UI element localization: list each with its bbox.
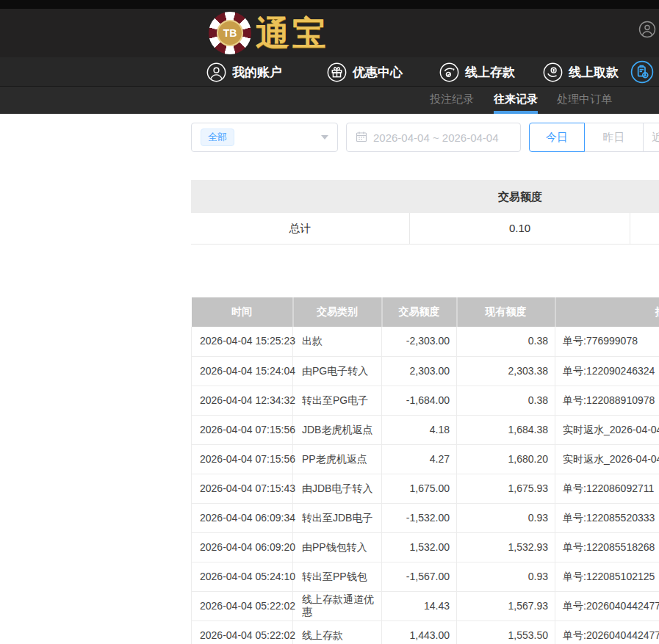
table-row: 2026-04-04 07:15:43 由JDB电子转入 1,675.00 1,… — [192, 474, 659, 503]
cell-time: 2026-04-04 05:24:10 — [192, 562, 293, 591]
cell-amount: 4.27 — [382, 444, 457, 474]
record-tabs: 投注纪录 往来记录 处理中订单 — [0, 87, 659, 114]
cell-memo: 单号:122090246324 — [555, 356, 659, 386]
cell-time: 2026-04-04 15:25:23 — [192, 327, 293, 356]
cell-memo: 单号:776999078 — [555, 327, 659, 356]
table-row: 2026-04-04 06:09:20 由PP钱包转入 1,532.00 1,5… — [192, 532, 659, 562]
cell-type: 转出至PP钱包 — [293, 562, 382, 591]
main-nav: 我的账户 优惠中心 线上存款 — [0, 57, 659, 87]
cell-amount: 1,675.00 — [382, 474, 457, 503]
cell-amount: -1,684.00 — [382, 386, 457, 415]
cell-time: 2026-04-04 05:22:02 — [192, 621, 293, 644]
date-range-input[interactable]: 2026-04-04 ~ 2026-04-04 — [346, 123, 521, 152]
cell-balance: 1,553.50 — [457, 621, 555, 644]
cell-balance: 0.93 — [457, 562, 555, 591]
cell-memo: 单号:202604044247797 — [555, 621, 659, 644]
nav-promotions[interactable]: 优惠中心 — [327, 57, 403, 87]
poker-chip-icon: TB — [209, 12, 251, 54]
cell-type: JDB老虎机返点 — [293, 415, 382, 444]
table-row: 2026-04-04 12:34:32 转出至PG电子 -1,684.00 0.… — [192, 386, 659, 415]
table-row: 2026-04-04 15:25:23 出款 -2,303.00 0.38 单号… — [192, 327, 659, 356]
cell-type: 转出至PG电子 — [293, 386, 382, 415]
tab-transfer-records[interactable]: 往来记录 — [494, 87, 538, 114]
cell-balance: 0.93 — [457, 503, 555, 532]
nav-label: 我的账户 — [232, 64, 282, 81]
summary-header-row: 交易额度 — [191, 180, 659, 213]
last7days-button[interactable]: 近7日 — [644, 123, 659, 152]
cell-time: 2026-04-04 15:24:04 — [192, 356, 293, 386]
cell-memo: 单号:122085520333 — [555, 503, 659, 532]
cell-amount: 4.18 — [382, 415, 457, 444]
summary-header-empty — [191, 180, 410, 213]
cell-balance: 1,567.93 — [457, 591, 555, 621]
table-row: 2026-04-04 06:09:34 转出至JDB电子 -1,532.00 0… — [192, 503, 659, 532]
tab-label: 处理中订单 — [557, 93, 612, 105]
cell-type: 由PG电子转入 — [293, 356, 382, 386]
table-row: 2026-04-04 05:22:02 线上存款通道优惠 14.43 1,567… — [192, 591, 659, 621]
user-icon — [206, 62, 226, 82]
summary-header-empty2 — [630, 180, 659, 213]
summary-table: 交易额度 总计 0.10 — [191, 180, 659, 245]
cell-amount: 1,532.00 — [382, 532, 457, 562]
summary-total-label: 总计 — [191, 213, 410, 244]
today-button[interactable]: 今日 — [529, 123, 585, 152]
calendar-icon — [356, 131, 367, 145]
cell-memo: 实时返水_2026-04-04 — [555, 444, 659, 474]
cell-type: 线上存款通道优惠 — [293, 591, 382, 621]
cell-memo: 实时返水_2026-04-04 — [555, 415, 659, 444]
brand-logo[interactable]: TB 通宝 — [209, 11, 329, 55]
nav-transaction-records[interactable] — [630, 57, 659, 87]
table-row: 2026-04-04 07:15:56 PP老虎机返点 4.27 1,680.2… — [192, 444, 659, 474]
cell-type: 出款 — [293, 327, 382, 356]
table-header-row: 时间 交易类别 交易额度 现有额度 摘要 — [192, 297, 659, 327]
cell-type: 线上存款 — [293, 621, 382, 644]
col-header-balance: 现有额度 — [457, 297, 555, 327]
transactions-table: 时间 交易类别 交易额度 现有额度 摘要 2026-04-04 15:25:23… — [191, 297, 659, 644]
cell-balance: 0.38 — [457, 386, 555, 415]
summary-header-amount: 交易额度 — [410, 180, 630, 213]
cell-time: 2026-04-04 07:15:43 — [192, 474, 293, 503]
summary-empty-cell — [630, 213, 659, 244]
nav-deposit[interactable]: 线上存款 — [439, 57, 515, 87]
type-select[interactable]: 全部 — [191, 123, 338, 152]
deposit-icon — [439, 62, 459, 82]
cell-memo: 单号:122088910978 — [555, 386, 659, 415]
transaction-records-icon — [630, 60, 654, 84]
summary-total-value: 0.10 — [410, 213, 630, 244]
transactions-tbody: 2026-04-04 15:25:23 出款 -2,303.00 0.38 单号… — [192, 327, 659, 644]
cell-balance: 1,532.93 — [457, 532, 555, 562]
date-range-value: 2026-04-04 ~ 2026-04-04 — [373, 131, 499, 144]
selected-type-tag[interactable]: 全部 — [201, 129, 234, 146]
account-icon[interactable] — [638, 21, 656, 41]
chip-label: TB — [217, 20, 243, 46]
cell-time: 2026-04-04 06:09:34 — [192, 503, 293, 532]
quick-date-buttons: 今日 昨日 近7日 — [529, 123, 659, 152]
page: TB 通宝 我的账户 — [0, 0, 659, 644]
tab-label: 投注纪录 — [430, 93, 474, 105]
nav-label: 优惠中心 — [353, 64, 403, 81]
table-row: 2026-04-04 07:15:56 JDB老虎机返点 4.18 1,684.… — [192, 415, 659, 444]
nav-label: 线上取款 — [569, 64, 619, 81]
cell-memo: 单号:122086092711 — [555, 474, 659, 503]
cell-amount: -1,532.00 — [382, 503, 457, 532]
yesterday-button[interactable]: 昨日 — [585, 123, 644, 152]
cell-time: 2026-04-04 07:15:56 — [192, 415, 293, 444]
nav-my-account[interactable]: 我的账户 — [206, 57, 282, 87]
cell-balance: 0.38 — [457, 327, 555, 356]
withdraw-icon — [543, 62, 563, 82]
table-row: 2026-04-04 15:24:04 由PG电子转入 2,303.00 2,3… — [192, 356, 659, 386]
cell-time: 2026-04-04 05:22:02 — [192, 591, 293, 621]
cell-time: 2026-04-04 06:09:20 — [192, 532, 293, 562]
cell-memo: 单号:122085102125 — [555, 562, 659, 591]
header-bar: TB 通宝 — [0, 9, 659, 57]
cell-type: PP老虎机返点 — [293, 444, 382, 474]
nav-withdraw[interactable]: 线上取款 — [543, 57, 619, 87]
chevron-down-icon — [321, 135, 328, 140]
table-row: 2026-04-04 05:24:10 转出至PP钱包 -1,567.00 0.… — [192, 562, 659, 591]
col-header-memo: 摘要 — [555, 297, 659, 327]
brand-name: 通宝 — [256, 11, 329, 55]
cell-memo: 单号:122085518268 — [555, 532, 659, 562]
tab-bet-records[interactable]: 投注纪录 — [430, 87, 474, 114]
cell-time: 2026-04-04 07:15:56 — [192, 444, 293, 474]
tab-pending-orders[interactable]: 处理中订单 — [557, 87, 612, 114]
